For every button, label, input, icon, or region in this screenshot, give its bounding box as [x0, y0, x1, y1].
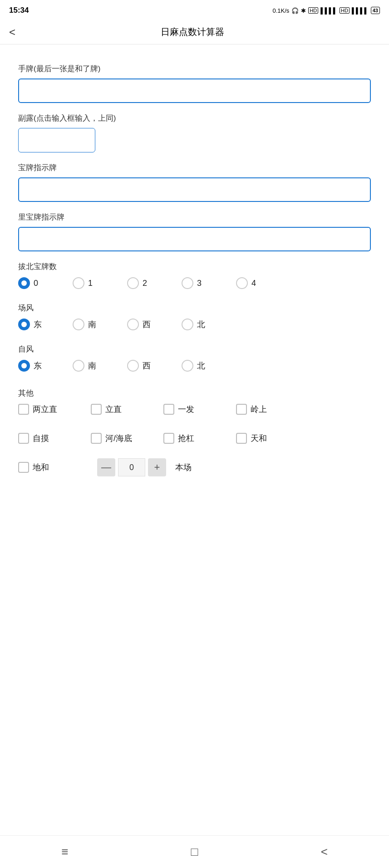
- bakaze-radio-west[interactable]: 西: [127, 319, 182, 330]
- cb-ryoryoza[interactable]: 两立直: [18, 404, 91, 415]
- kita-radio-0-circle: [18, 277, 30, 289]
- bakaze-radio-group: 东 南 西 北: [18, 319, 371, 334]
- bakaze-east-label: 东: [34, 319, 42, 330]
- kita-radio-4-circle: [236, 277, 248, 289]
- bakaze-west-circle: [127, 319, 139, 330]
- dora-input[interactable]: [18, 177, 371, 202]
- checkbox-group-1: 两立直 立直 一发 岭上: [18, 404, 371, 427]
- network-speed: 0.1K/s: [272, 7, 289, 14]
- jikaze-east-circle: [18, 360, 30, 372]
- kita-radio-1-circle: [73, 277, 84, 289]
- cb-ippatsu-box: [163, 404, 174, 415]
- kita-radio-0[interactable]: 0: [18, 277, 73, 289]
- jikaze-radio-north[interactable]: 北: [182, 360, 236, 372]
- cb-dihe-box: [18, 462, 29, 473]
- kita-radio-group: 0 1 2 3 4: [18, 277, 371, 293]
- jikaze-south-circle: [73, 360, 84, 372]
- jikaze-radio-west[interactable]: 西: [127, 360, 182, 372]
- cb-tenho-box: [236, 433, 247, 444]
- hd2-icon: HD: [340, 7, 350, 14]
- cb-tsumo-label: 自摸: [33, 433, 49, 444]
- hand-input[interactable]: [18, 78, 371, 103]
- cb-chankan-box: [236, 404, 247, 415]
- other-label: 其他: [18, 388, 371, 398]
- kita-radio-1[interactable]: 1: [73, 277, 127, 289]
- jikaze-label: 自风: [18, 344, 371, 354]
- bakaze-south-label: 南: [88, 319, 96, 330]
- main-content: 手牌(最后一张是和了牌) 副露(点击输入框输入，上同) 宝牌指示牌 里宝牌指示牌…: [0, 44, 389, 522]
- kita-radio-2-circle: [127, 277, 139, 289]
- jikaze-radio-group: 东 南 西 北: [18, 360, 371, 375]
- cb-riichi[interactable]: 立直: [91, 404, 163, 415]
- page-title: 日麻点数计算器: [23, 26, 362, 38]
- battery: 43: [371, 7, 380, 14]
- cb-tenho-label: 天和: [251, 433, 267, 444]
- bakaze-radio-north[interactable]: 北: [182, 319, 236, 330]
- dihe-row: 地和 — 0 + 本场: [18, 458, 371, 476]
- fulo-input[interactable]: [18, 128, 95, 152]
- menu-icon[interactable]: ≡: [61, 845, 68, 859]
- dora-label: 宝牌指示牌: [18, 162, 371, 173]
- cb-robokantsu-box: [163, 433, 174, 444]
- kita-radio-0-label: 0: [34, 279, 38, 288]
- back-button[interactable]: <: [9, 26, 23, 39]
- cb-dihe[interactable]: 地和: [18, 462, 91, 473]
- cb-chankan[interactable]: 岭上: [236, 404, 309, 415]
- cb-haitei[interactable]: 河/海底: [91, 433, 163, 444]
- cb-ryoryoza-box: [18, 404, 29, 415]
- bakaze-north-label: 北: [197, 319, 205, 330]
- jikaze-west-circle: [127, 360, 139, 372]
- jikaze-north-label: 北: [197, 360, 205, 371]
- bluetooth-icon: ✱: [301, 7, 306, 14]
- signal-icon: ▌▌▌▌: [320, 7, 337, 14]
- status-icons: 0.1K/s 🎧 ✱ HD ▌▌▌▌ HD ▌▌▌▌ 43: [272, 7, 380, 14]
- cb-riichi-box: [91, 404, 102, 415]
- cb-haitei-label: 河/海底: [105, 433, 132, 444]
- checkbox-group-2: 自摸 河/海底 抢杠 天和: [18, 433, 371, 456]
- cb-tsumo-box: [18, 433, 29, 444]
- bakaze-south-circle: [73, 319, 84, 330]
- kita-radio-4-label: 4: [251, 279, 256, 288]
- cb-tsumo[interactable]: 自摸: [18, 433, 91, 444]
- bakaze-east-circle: [18, 319, 30, 330]
- cb-ippatsu-label: 一发: [178, 404, 194, 415]
- jikaze-radio-south[interactable]: 南: [73, 360, 127, 372]
- jikaze-radio-east[interactable]: 东: [18, 360, 73, 372]
- stepper-plus-button[interactable]: +: [148, 458, 166, 476]
- kita-radio-2-label: 2: [143, 279, 147, 288]
- bakaze-west-label: 西: [143, 319, 151, 330]
- honba-stepper: — 0 +: [97, 458, 166, 476]
- home-icon[interactable]: □: [191, 845, 198, 859]
- kita-radio-3-circle: [182, 277, 193, 289]
- stepper-minus-button[interactable]: —: [97, 458, 115, 476]
- kita-radio-1-label: 1: [88, 279, 93, 288]
- cb-riichi-label: 立直: [105, 404, 122, 415]
- kita-label: 拔北宝牌数: [18, 261, 371, 272]
- status-bar: 15:34 0.1K/s 🎧 ✱ HD ▌▌▌▌ HD ▌▌▌▌ 43: [0, 0, 389, 20]
- bakaze-radio-east[interactable]: 东: [18, 319, 73, 330]
- cb-ippatsu[interactable]: 一发: [163, 404, 236, 415]
- jikaze-east-label: 东: [34, 360, 42, 371]
- cb-ryoryoza-label: 两立直: [33, 404, 57, 415]
- kita-radio-3-label: 3: [197, 279, 202, 288]
- cb-chankan-label: 岭上: [251, 404, 267, 415]
- honba-count: 0: [118, 458, 145, 476]
- ura-input[interactable]: [18, 227, 371, 251]
- kita-radio-3[interactable]: 3: [182, 277, 236, 289]
- fulo-label: 副露(点击输入框输入，上同): [18, 113, 371, 123]
- cb-robokantsu[interactable]: 抢杠: [163, 433, 236, 444]
- jikaze-north-circle: [182, 360, 193, 372]
- signal2-icon: ▌▌▌▌: [352, 7, 369, 14]
- bakaze-radio-south[interactable]: 南: [73, 319, 127, 330]
- hand-label: 手牌(最后一张是和了牌): [18, 64, 371, 74]
- kita-radio-4[interactable]: 4: [236, 277, 291, 289]
- cb-haitei-box: [91, 433, 102, 444]
- headphone-icon: 🎧: [291, 7, 299, 14]
- bakaze-label: 场风: [18, 303, 371, 313]
- bottom-nav: ≡ □ <: [0, 835, 389, 868]
- back-nav-icon[interactable]: <: [321, 845, 328, 859]
- cb-dihe-label: 地和: [33, 462, 49, 473]
- cb-tenho[interactable]: 天和: [236, 433, 309, 444]
- ura-label: 里宝牌指示牌: [18, 212, 371, 222]
- kita-radio-2[interactable]: 2: [127, 277, 182, 289]
